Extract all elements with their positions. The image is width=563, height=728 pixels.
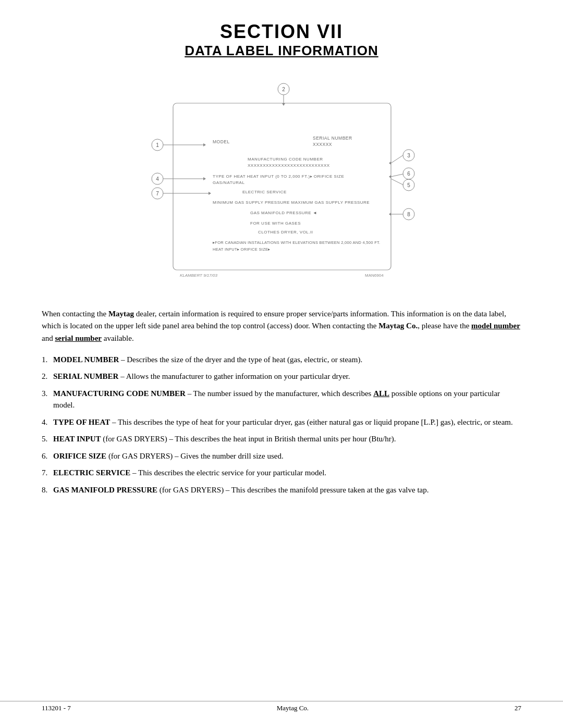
footer-right: 27 — [515, 704, 521, 712]
svg-text:GAS MANIFOLD PRESSURE  ◄: GAS MANIFOLD PRESSURE ◄ — [250, 211, 317, 215]
list-item: 6. ORIFICE SIZE (for GAS DRYERS) – Gives… — [42, 450, 521, 462]
list-num-2: 2. — [42, 371, 53, 382]
svg-marker-16 — [203, 177, 206, 180]
list-text-6: ORIFICE SIZE (for GAS DRYERS) – Gives th… — [53, 450, 284, 462]
list-text-8: GAS MANIFOLD PRESSURE (for GAS DRYERS) –… — [53, 484, 429, 496]
svg-marker-8 — [282, 103, 285, 106]
svg-text:CLOTHES DRYER, VOL.II: CLOTHES DRYER, VOL.II — [258, 230, 313, 235]
list-item: 5. HEAT INPUT (for GAS DRYERS) – This de… — [42, 433, 521, 445]
svg-text:7: 7 — [156, 191, 159, 196]
svg-text:MAN6904: MAN6904 — [365, 273, 384, 278]
list-num-3: 3. — [42, 388, 53, 411]
svg-text:5: 5 — [407, 182, 410, 188]
list-item: 2. SERIAL NUMBER – Allows the manufactur… — [42, 371, 521, 382]
svg-line-19 — [391, 179, 403, 185]
svg-text:2: 2 — [282, 87, 285, 92]
list-text-3: MANUFACTURING CODE NUMBER – The number i… — [53, 388, 521, 411]
section-title: SECTION VII — [42, 21, 521, 43]
svg-text:ELECTRIC SERVICE: ELECTRIC SERVICE — [242, 190, 287, 194]
svg-text:MINIMUM GAS SUPPLY PRESSURE   : MINIMUM GAS SUPPLY PRESSURE MAXIMUM GAS … — [213, 200, 370, 205]
svg-text:XXXXXX: XXXXXX — [313, 142, 332, 147]
svg-marker-12 — [389, 162, 391, 165]
list-num-7: 7. — [42, 467, 53, 479]
svg-text:MANUFACTURING CODE NUMBER: MANUFACTURING CODE NUMBER — [248, 157, 323, 162]
svg-rect-0 — [173, 103, 391, 270]
svg-text:MODEL: MODEL — [213, 139, 230, 144]
list-container: 1. MODEL NUMBER – Describes the size of … — [42, 354, 521, 496]
svg-text:XXXXXXXXXXXXXXXXXXXXXXXXXXX: XXXXXXXXXXXXXXXXXXXXXXXXXXX — [248, 163, 330, 168]
section-subtitle: DATA LABEL INFORMATION — [42, 43, 521, 59]
list-item: 7. ELECTRIC SERVICE – This describes the… — [42, 467, 521, 479]
list-num-6: 6. — [42, 450, 53, 462]
maytag-brand-1: Maytag — [108, 310, 134, 318]
list-text-2: SERIAL NUMBER – Allows the manufacturer … — [53, 371, 350, 382]
diagram-container: 1 2 3 4 5 — [42, 75, 521, 293]
list-text-4: TYPE OF HEAT – This describes the type o… — [53, 416, 513, 428]
maytag-brand-2: Maytag Co. — [378, 322, 418, 330]
svg-text:3: 3 — [407, 153, 410, 158]
svg-text:▸FOR CANADIAN INSTALLATIONS WI: ▸FOR CANADIAN INSTALLATIONS WITH ELEVATI… — [213, 240, 380, 245]
list-num-5: 5. — [42, 433, 53, 445]
svg-text:FOR USE WITH       GASES: FOR USE WITH GASES — [250, 221, 301, 226]
svg-text:GAS/NATURAL: GAS/NATURAL — [213, 180, 244, 185]
svg-text:1: 1 — [156, 142, 159, 148]
footer-left: 113201 - 7 — [42, 704, 71, 712]
svg-marker-23 — [389, 175, 391, 178]
footer-center: Maytag Co. — [277, 704, 309, 712]
svg-marker-31 — [389, 213, 391, 216]
page-header: SECTION VII DATA LABEL INFORMATION — [42, 21, 521, 59]
body-paragraph: When contacting the Maytag dealer, certa… — [42, 308, 521, 344]
page-footer: 113201 - 7 Maytag Co. 27 — [0, 701, 563, 712]
diagram-svg: 1 2 3 4 5 — [136, 75, 427, 293]
svg-text:TYPE OF HEAT   HEAT INPUT (0 T: TYPE OF HEAT HEAT INPUT (0 TO 2,000 FT.)… — [213, 174, 344, 179]
svg-text:6: 6 — [407, 171, 410, 177]
svg-marker-27 — [209, 192, 211, 195]
svg-text:4: 4 — [156, 176, 159, 182]
list-text-1: MODEL NUMBER – Describes the size of the… — [53, 354, 362, 366]
list-item: 4. TYPE OF HEAT – This describes the typ… — [42, 416, 521, 428]
model-number-ref: model number — [471, 322, 520, 330]
list-num-8: 8. — [42, 484, 53, 496]
list-item: 8. GAS MANIFOLD PRESSURE (for GAS DRYERS… — [42, 484, 521, 496]
svg-text:SERIAL NUMBER: SERIAL NUMBER — [313, 135, 352, 141]
svg-text:8: 8 — [407, 212, 410, 217]
list-text-5: HEAT INPUT (for GAS DRYERS) – This descr… — [53, 433, 396, 445]
list-text-7: ELECTRIC SERVICE – This describes the el… — [53, 467, 326, 479]
list-item: 1. MODEL NUMBER – Describes the size of … — [42, 354, 521, 366]
svg-line-11 — [391, 155, 403, 163]
serial-number-ref: serial number — [55, 334, 102, 342]
svg-text:KLAMBERT  9/17/03: KLAMBERT 9/17/03 — [180, 273, 217, 278]
diagram: 1 2 3 4 5 — [136, 75, 427, 293]
svg-marker-4 — [203, 143, 206, 146]
list-num-1: 1. — [42, 354, 53, 366]
svg-text:HEAT INPUT▸                   : HEAT INPUT▸ ORIFICE SIZE▸ — [213, 247, 271, 252]
list-item: 3. MANUFACTURING CODE NUMBER – The numbe… — [42, 388, 521, 411]
svg-line-22 — [391, 174, 403, 177]
list-num-4: 4. — [42, 416, 53, 428]
